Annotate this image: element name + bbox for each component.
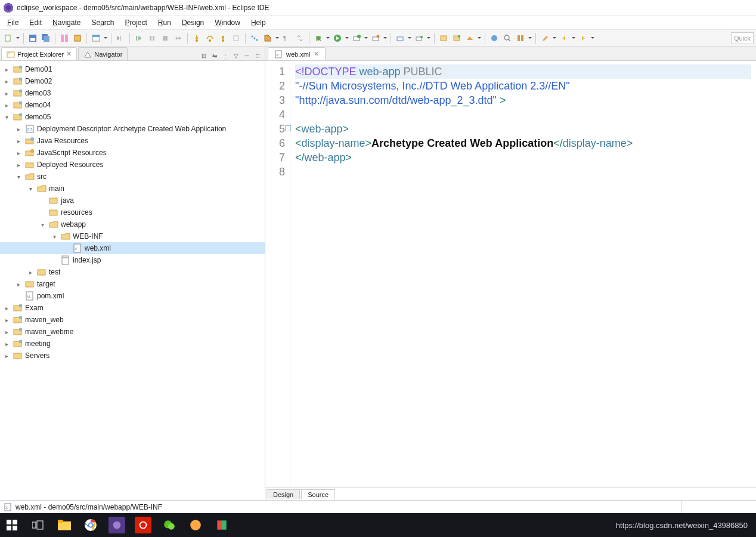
- tree-node-demo05[interactable]: demo05: [0, 111, 265, 123]
- fold-marker[interactable]: −: [285, 125, 291, 131]
- tree-node-mavenwebme[interactable]: maven_webme: [0, 326, 265, 338]
- toggle-mark-button[interactable]: [58, 32, 70, 44]
- netease-icon[interactable]: [135, 517, 151, 533]
- tab-project-explorer[interactable]: Project Explorer ✕: [1, 47, 77, 60]
- tree-node-deployed[interactable]: Deployed Resources: [0, 159, 265, 171]
- app-icon-1[interactable]: [187, 517, 204, 533]
- back-button[interactable]: [558, 32, 570, 44]
- tree-node-webinf[interactable]: WEB-INF: [0, 230, 265, 242]
- tree-node-demo02[interactable]: Demo02: [0, 75, 265, 87]
- show-whitespace-button[interactable]: ¶: [281, 32, 293, 44]
- tree-node-exam[interactable]: Exam: [0, 302, 265, 314]
- terminate-button[interactable]: [159, 32, 171, 44]
- tree-node-resources[interactable]: resources: [0, 206, 265, 218]
- forward-button[interactable]: [577, 32, 589, 44]
- link-editor-icon[interactable]: ⇆: [210, 51, 219, 60]
- tab-source[interactable]: Source: [301, 489, 335, 499]
- maximize-icon[interactable]: □: [253, 51, 262, 60]
- toggle-breadcrumb-button[interactable]: [249, 32, 261, 44]
- menu-help[interactable]: Help: [246, 17, 271, 28]
- server-dropdown[interactable]: [383, 35, 388, 41]
- project-tree[interactable]: Demo01 Demo02 demo03 demo04 demo05 2.3De…: [0, 61, 265, 500]
- code-editor[interactable]: 1 2 3 4 5− 6 7 8 <!DOCTYPE web-app PUBLI…: [265, 61, 756, 487]
- menu-project[interactable]: Project: [120, 17, 151, 28]
- new-server-dropdown[interactable]: [407, 35, 412, 41]
- tree-node-mavenweb[interactable]: maven_web: [0, 314, 265, 326]
- tree-node-webxml[interactable]: Xweb.xml: [0, 242, 265, 254]
- forward-dropdown[interactable]: [590, 35, 595, 41]
- app-icon-2[interactable]: [213, 517, 230, 533]
- tree-node-javares[interactable]: Java Resources: [0, 135, 265, 147]
- new-button[interactable]: [2, 32, 14, 44]
- tree-node-meeting[interactable]: meeting: [0, 338, 265, 350]
- open-task-button[interactable]: [488, 32, 500, 44]
- tree-node-target[interactable]: target: [0, 278, 265, 290]
- menu-design[interactable]: Design: [177, 17, 209, 28]
- menu-window[interactable]: Window: [210, 17, 245, 28]
- drop-frame-button[interactable]: [230, 32, 242, 44]
- debug-dropdown[interactable]: [326, 35, 330, 41]
- tag-dropdown[interactable]: [275, 35, 280, 41]
- open-type-button[interactable]: [464, 32, 476, 44]
- step-into-button[interactable]: [191, 32, 203, 44]
- tab-design[interactable]: Design: [267, 489, 300, 499]
- tree-node-servers[interactable]: Servers: [0, 350, 265, 362]
- tag-button[interactable]: [262, 32, 274, 44]
- server-button[interactable]: [370, 32, 382, 44]
- run-last-button[interactable]: [351, 32, 362, 44]
- step-return-button[interactable]: [217, 32, 229, 44]
- minimize-icon[interactable]: ─: [242, 51, 252, 60]
- tree-node-java[interactable]: java: [0, 195, 265, 206]
- toggle-instr-dropdown[interactable]: [528, 35, 532, 41]
- start-server-dropdown[interactable]: [426, 35, 431, 41]
- resume-button[interactable]: [133, 32, 145, 44]
- run-dropdown[interactable]: [345, 35, 349, 41]
- tab-close[interactable]: ✕: [66, 50, 72, 58]
- tree-node-indexjsp[interactable]: index.jsp: [0, 254, 265, 266]
- skip-breakpoints-button[interactable]: [114, 32, 126, 44]
- filters-icon[interactable]: ⋮: [221, 51, 230, 60]
- menu-navigate[interactable]: Navigate: [48, 17, 85, 28]
- search-button2[interactable]: [501, 32, 513, 44]
- tree-node-demo01[interactable]: Demo01: [0, 63, 265, 75]
- last-edit-button[interactable]: [539, 32, 551, 44]
- new-server-button[interactable]: [394, 32, 406, 44]
- link-editor-button[interactable]: [294, 32, 306, 44]
- collapse-all-icon[interactable]: ⊟: [199, 51, 209, 60]
- open-perspective-button[interactable]: [90, 32, 102, 44]
- chrome-icon[interactable]: [82, 517, 99, 533]
- editor-tab-close[interactable]: ✕: [314, 50, 319, 58]
- open-type-dropdown[interactable]: [477, 35, 482, 41]
- tree-node-demo04[interactable]: demo04: [0, 99, 265, 111]
- new-java-package-button[interactable]: [438, 32, 450, 44]
- new-dropdown[interactable]: [16, 35, 20, 41]
- eclipse-taskbar-icon[interactable]: [109, 517, 125, 533]
- file-explorer-icon[interactable]: [56, 517, 73, 533]
- step-over-button[interactable]: [204, 32, 216, 44]
- menu-edit[interactable]: Edit: [24, 17, 47, 28]
- task-view-icon[interactable]: [30, 517, 47, 533]
- tree-node-demo03[interactable]: demo03: [0, 87, 265, 99]
- save-button[interactable]: [27, 32, 39, 44]
- start-button[interactable]: [4, 517, 20, 533]
- last-edit-dropdown[interactable]: [552, 35, 557, 41]
- editor-tab-webxml[interactable]: X web.xml ✕: [268, 47, 326, 60]
- menu-run[interactable]: Run: [153, 17, 176, 28]
- tree-node-main[interactable]: main: [0, 183, 265, 195]
- wechat-icon[interactable]: [161, 517, 178, 533]
- tree-node-src[interactable]: src: [0, 171, 265, 183]
- view-menu-icon[interactable]: ▽: [231, 51, 241, 60]
- build-button[interactable]: [72, 32, 83, 44]
- tree-node-webapp[interactable]: webapp: [0, 218, 265, 230]
- tree-node-test[interactable]: test: [0, 266, 265, 278]
- run-button[interactable]: [331, 32, 343, 44]
- debug-button[interactable]: [312, 32, 324, 44]
- tree-node-dd[interactable]: 2.3Deployment Descriptor: Archetype Crea…: [0, 123, 265, 135]
- run-last-dropdown[interactable]: [364, 35, 368, 41]
- quick-access[interactable]: Quick: [731, 32, 754, 44]
- toggle-instr-button[interactable]: [515, 32, 526, 44]
- suspend-button[interactable]: [146, 32, 158, 44]
- save-all-button[interactable]: [40, 32, 52, 44]
- tab-navigator[interactable]: Navigator: [78, 47, 128, 60]
- menu-file[interactable]: File: [2, 17, 23, 28]
